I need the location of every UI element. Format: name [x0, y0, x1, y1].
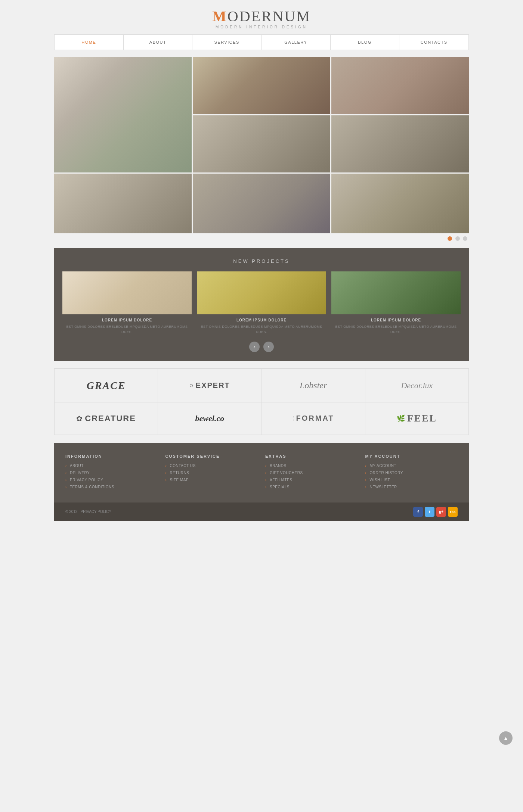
- partner-grace[interactable]: GRACE: [55, 369, 158, 402]
- new-projects-title: NEW PROJECTS: [62, 258, 461, 264]
- gallery-grid-2: [54, 174, 469, 233]
- gallery-section: [54, 50, 469, 244]
- logo-subtitle: MODERN INTERIOR DESIGN: [212, 25, 311, 29]
- format-icon: ⁚: [293, 416, 294, 421]
- partner-format[interactable]: ⁚ FORMAT: [262, 402, 365, 435]
- format-label: FORMAT: [296, 414, 334, 423]
- dot-inactive-1[interactable]: [455, 236, 460, 241]
- nav-item-contacts[interactable]: CONTACTS: [399, 35, 468, 50]
- copyright: © 2012 | PRIVACY POLICY: [65, 510, 111, 514]
- creature-label: CREATURE: [85, 414, 136, 423]
- logo-text: MODERNUM: [212, 7, 311, 25]
- project-2-title: LOREM IPSUM DOLORE: [197, 318, 326, 322]
- project-card-3: LOREM IPSUM DOLORE EST OMNIS DOLORES ERE…: [331, 271, 461, 335]
- partner-feel[interactable]: 🌿 FEEL: [365, 402, 469, 435]
- nav-item-about[interactable]: ABOUT: [124, 35, 193, 50]
- footer-link-returns[interactable]: ›RETURNS: [165, 471, 258, 475]
- project-3-title: LOREM IPSUM DOLORE: [331, 318, 461, 322]
- footer-link-delivery[interactable]: ›DELIVERY: [65, 471, 158, 475]
- partners-section: GRACE ○ EXPERT Lobster Decor.lux ✿ CREAT…: [54, 368, 469, 435]
- footer-link-contact[interactable]: ›CONTACT US: [165, 464, 258, 468]
- gallery-item-8[interactable]: [331, 174, 469, 233]
- creature-icon: ✿: [76, 414, 83, 423]
- footer-main: INFORMATION ›ABOUT ›DELIVERY ›PRIVACY PO…: [54, 443, 469, 503]
- footer-link-orderhistory[interactable]: ›ORDER HISTORY: [365, 471, 458, 475]
- footer-link-vouchers[interactable]: ›GIFT VOUCHERS: [265, 471, 358, 475]
- dot-active[interactable]: [448, 236, 452, 241]
- expert-icon: ○: [189, 382, 194, 389]
- footer-bottom: © 2012 | PRIVACY POLICY f t g+ rss: [54, 503, 469, 521]
- footer-link-terms[interactable]: ›TERMS & CONDITIONS: [65, 485, 158, 489]
- project-img-3[interactable]: [331, 271, 461, 314]
- bottom-divider: [54, 435, 469, 435]
- footer-account-title: MY ACCOUNT: [365, 454, 458, 458]
- gallery-item-5[interactable]: [331, 115, 469, 173]
- footer-link-affiliates[interactable]: ›AFFILIATES: [265, 478, 358, 482]
- project-card-1: LOREM IPSUM DOLORE EST OMNIS DOLORES ERE…: [62, 271, 192, 335]
- footer-col-account: MY ACCOUNT ›MY ACCOUNT ›ORDER HISTORY ›W…: [365, 454, 458, 492]
- footer-col-customer: CUSTOMER SERVICE ›CONTACT US ›RETURNS ›S…: [165, 454, 258, 492]
- partner-bewel[interactable]: bewel.co: [158, 402, 262, 435]
- gallery-item-4[interactable]: [193, 115, 330, 173]
- bewel-label: bewel.co: [195, 414, 225, 423]
- new-projects-section: NEW PROJECTS LOREM IPSUM DOLORE EST OMNI…: [54, 248, 469, 361]
- footer-link-myaccount[interactable]: ›MY ACCOUNT: [365, 464, 458, 468]
- footer-link-specials[interactable]: ›SPECIALS: [265, 485, 358, 489]
- partner-decorlux[interactable]: Decor.lux: [365, 369, 469, 402]
- footer-customer-title: CUSTOMER SERVICE: [165, 454, 258, 458]
- next-btn[interactable]: ›: [263, 342, 274, 352]
- footer-columns: INFORMATION ›ABOUT ›DELIVERY ›PRIVACY PO…: [65, 454, 458, 503]
- project-2-desc: EST OMNIS DOLORES ERELEDUSE MPQUISDA MET…: [197, 324, 326, 335]
- footer-link-sitemap[interactable]: ›SITE MAP: [165, 478, 258, 482]
- project-1-title: LOREM IPSUM DOLORE: [62, 318, 192, 322]
- rss-btn[interactable]: rss: [448, 507, 458, 517]
- gallery-item-1[interactable]: [54, 57, 192, 172]
- nav-item-blog[interactable]: BLOG: [331, 35, 400, 50]
- gallery-item-3[interactable]: [331, 57, 469, 114]
- project-card-2: LOREM IPSUM DOLORE EST OMNIS DOLORES ERE…: [197, 271, 326, 335]
- footer-col-information: INFORMATION ›ABOUT ›DELIVERY ›PRIVACY PO…: [65, 454, 158, 492]
- nav-item-home[interactable]: HOME: [55, 35, 124, 50]
- feel-icon: 🌿: [397, 414, 405, 423]
- logo-m: M: [212, 8, 228, 25]
- prev-btn[interactable]: ‹: [249, 342, 260, 352]
- footer-link-privacy[interactable]: ›PRIVACY POLICY: [65, 478, 158, 482]
- expert-label: EXPERT: [196, 381, 230, 390]
- logo-rest: ODERNUM: [228, 8, 311, 25]
- grace-label: GRACE: [87, 380, 126, 392]
- project-img-2[interactable]: [197, 271, 326, 314]
- footer-link-brands[interactable]: ›BRANDS: [265, 464, 358, 468]
- carousel-dots: [54, 236, 469, 242]
- logo-wrap: MODERNUM MODERN INTERIOR DESIGN: [212, 7, 311, 29]
- nav-item-services[interactable]: SERVICES: [192, 35, 262, 50]
- footer-wrapper: INFORMATION ›ABOUT ›DELIVERY ›PRIVACY PO…: [54, 443, 469, 521]
- projects-grid: LOREM IPSUM DOLORE EST OMNIS DOLORES ERE…: [62, 271, 461, 335]
- project-img-1[interactable]: [62, 271, 192, 314]
- footer-extras-title: EXTRAS: [265, 454, 358, 458]
- footer-col-extras: EXTRAS ›BRANDS ›GIFT VOUCHERS ›AFFILIATE…: [265, 454, 358, 492]
- header: MODERNUM MODERN INTERIOR DESIGN: [0, 0, 523, 34]
- twitter-btn[interactable]: t: [425, 507, 434, 517]
- footer-link-wishlist[interactable]: ›WISH LIST: [365, 478, 458, 482]
- facebook-btn[interactable]: f: [413, 507, 423, 517]
- footer-link-newsletter[interactable]: ›NEWSLETTER: [365, 485, 458, 489]
- main-nav: HOME ABOUT SERVICES GALLERY BLOG CONTACT…: [54, 34, 469, 50]
- gallery-grid: [54, 57, 469, 172]
- gallery-item-6[interactable]: [54, 174, 192, 233]
- project-nav: ‹ ›: [62, 342, 461, 352]
- social-icons: f t g+ rss: [413, 507, 458, 517]
- gallery-item-7[interactable]: [193, 174, 330, 233]
- gallery-item-2[interactable]: [193, 57, 330, 114]
- feel-label: FEEL: [407, 413, 437, 424]
- partner-lobster[interactable]: Lobster: [262, 369, 365, 402]
- partner-expert[interactable]: ○ EXPERT: [158, 369, 262, 402]
- footer-info-title: INFORMATION: [65, 454, 158, 458]
- project-1-desc: EST OMNIS DOLORES ERELEDUSE MPQUISDA MET…: [62, 324, 192, 335]
- googleplus-btn[interactable]: g+: [436, 507, 446, 517]
- project-3-desc: EST OMNIS DOLORES ERELEDUSE MPQUISDA MET…: [331, 324, 461, 335]
- footer-link-about[interactable]: ›ABOUT: [65, 464, 158, 468]
- nav-item-gallery[interactable]: GALLERY: [262, 35, 331, 50]
- partner-creature[interactable]: ✿ CREATURE: [55, 402, 158, 435]
- lobster-label: Lobster: [300, 380, 327, 391]
- dot-inactive-2[interactable]: [463, 236, 467, 241]
